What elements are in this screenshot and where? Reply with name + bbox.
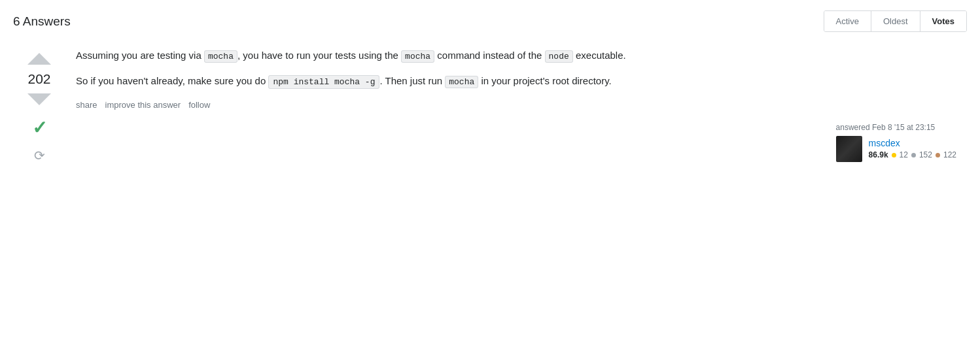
avatar xyxy=(836,136,862,162)
sort-tab-active[interactable]: Active xyxy=(824,11,871,31)
share-link[interactable]: share xyxy=(76,100,97,110)
answers-title: 6 Answers xyxy=(13,14,71,29)
improve-link[interactable]: improve this answer xyxy=(105,100,181,110)
paragraph-2: So if you haven't already, make sure you… xyxy=(76,73,956,90)
p1-code-mocha1: mocha xyxy=(204,50,237,63)
user-card: mscdex 86.9k 12 152 122 xyxy=(836,136,956,162)
answer-actions: share improve this answer follow xyxy=(76,100,956,110)
answered-meta: answered Feb 8 '15 at 23:15 mscdex 86.9k… xyxy=(836,123,956,162)
gold-badge-count: 12 xyxy=(900,150,908,159)
sort-tab-votes[interactable]: Votes xyxy=(920,11,966,31)
p1-text-1: Assuming you are testing via xyxy=(76,50,204,61)
p1-code-mocha2: mocha xyxy=(401,50,434,63)
user-reputation: 86.9k 12 152 122 xyxy=(869,150,956,159)
answers-header: 6 Answers Active Oldest Votes xyxy=(13,10,967,32)
bronze-badge-count: 122 xyxy=(943,150,956,159)
p1-text-3: command instead of the xyxy=(434,50,544,61)
p2-code-mocha: mocha xyxy=(445,76,478,88)
user-info: mscdex 86.9k 12 152 122 xyxy=(869,138,956,159)
p1-text-2: , you have to run your tests using the xyxy=(237,50,401,61)
answer-block: 202 ✓ ⟳ Assuming you are testing via moc… xyxy=(13,48,967,163)
p2-text-1: So if you haven't already, make sure you… xyxy=(76,75,268,86)
upvote-button[interactable] xyxy=(27,53,51,65)
vote-column: 202 ✓ ⟳ xyxy=(13,48,65,163)
sort-tabs: Active Oldest Votes xyxy=(824,10,967,32)
paragraph-1: Assuming you are testing via mocha, you … xyxy=(76,48,956,64)
p2-text-3: in your project's root directory. xyxy=(478,75,612,86)
accepted-checkmark: ✓ xyxy=(32,117,47,139)
silver-badge-count: 152 xyxy=(919,150,932,159)
gold-badge-dot xyxy=(892,153,896,157)
answered-label: answered Feb 8 '15 at 23:15 xyxy=(836,123,936,132)
vote-count: 202 xyxy=(27,71,50,87)
rep-score: 86.9k xyxy=(869,150,888,159)
answer-content: Assuming you are testing via mocha, you … xyxy=(65,48,967,163)
answer-text: Assuming you are testing via mocha, you … xyxy=(76,48,956,90)
bronze-badge-dot xyxy=(936,153,940,157)
p2-code-npm: npm install mocha -g xyxy=(268,75,379,89)
silver-badge-dot xyxy=(911,153,916,157)
p1-text-4: executable. xyxy=(573,50,626,61)
avatar-image xyxy=(836,136,862,162)
answer-footer: answered Feb 8 '15 at 23:15 mscdex 86.9k… xyxy=(76,123,956,162)
p1-code-node: node xyxy=(545,50,573,63)
history-icon[interactable]: ⟳ xyxy=(34,148,45,163)
follow-link[interactable]: follow xyxy=(188,100,210,110)
user-name[interactable]: mscdex xyxy=(869,138,956,148)
downvote-button[interactable] xyxy=(27,93,51,105)
p2-text-2: . Then just run xyxy=(379,75,445,86)
sort-tab-oldest[interactable]: Oldest xyxy=(871,11,920,31)
